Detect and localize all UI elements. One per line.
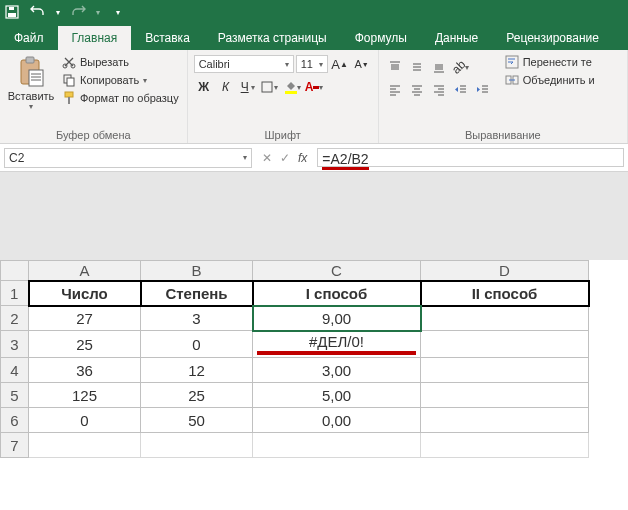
cell-d4[interactable] xyxy=(421,358,589,383)
column-header-c[interactable]: C xyxy=(253,261,421,281)
column-header-d[interactable]: D xyxy=(421,261,589,281)
title-bar: ▾ ▾ ▾ xyxy=(0,0,628,24)
copy-button[interactable]: Копировать ▾ xyxy=(60,72,181,88)
formula-input[interactable]: =A2/B2 xyxy=(317,148,624,167)
qat-customize-icon[interactable]: ▾ xyxy=(116,8,120,17)
merge-label: Объединить и xyxy=(523,74,595,86)
decrease-font-button[interactable]: A▼ xyxy=(352,54,372,74)
cell-b2[interactable]: 3 xyxy=(141,306,253,331)
underline-button[interactable]: Ч▾ xyxy=(238,77,258,97)
cell-b4[interactable]: 12 xyxy=(141,358,253,383)
row-header-2[interactable]: 2 xyxy=(1,306,29,331)
cut-button[interactable]: Вырезать xyxy=(60,54,181,70)
group-clipboard: Вставить ▾ Вырезать Копировать ▾ Формат … xyxy=(0,50,188,143)
border-button[interactable]: ▾ xyxy=(260,77,280,97)
orientation-button[interactable]: ab▾ xyxy=(451,57,471,77)
tab-home[interactable]: Главная xyxy=(58,26,132,50)
cell-d6[interactable] xyxy=(421,408,589,433)
cell-c7[interactable] xyxy=(253,433,421,458)
redo-icon[interactable] xyxy=(70,4,86,20)
cell-b6[interactable]: 50 xyxy=(141,408,253,433)
decrease-indent-button[interactable] xyxy=(451,80,471,100)
tab-layout[interactable]: Разметка страницы xyxy=(204,26,341,50)
cell-c6[interactable]: 0,00 xyxy=(253,408,421,433)
cell-c5[interactable]: 5,00 xyxy=(253,383,421,408)
name-box[interactable]: C2 ▾ xyxy=(4,148,252,168)
formula-bar: C2 ▾ ✕ ✓ fx =A2/B2 xyxy=(0,144,628,172)
copy-dropdown-icon: ▾ xyxy=(143,76,147,85)
cell-a5[interactable]: 125 xyxy=(29,383,141,408)
align-middle-button[interactable] xyxy=(407,57,427,77)
outdent-icon xyxy=(454,83,468,97)
scissors-icon xyxy=(62,55,76,69)
tab-file[interactable]: Файл xyxy=(0,26,58,50)
wrap-text-button[interactable]: Перенести те xyxy=(503,54,597,70)
merge-button[interactable]: Объединить и xyxy=(503,72,597,88)
svg-rect-13 xyxy=(65,92,73,97)
format-painter-button[interactable]: Формат по образцу xyxy=(60,90,181,106)
align-center-button[interactable] xyxy=(407,80,427,100)
wrap-label: Перенести те xyxy=(523,56,592,68)
merge-icon xyxy=(505,73,519,87)
font-color-button[interactable]: A▾ xyxy=(304,77,324,97)
font-size-combo[interactable]: 11 ▾ xyxy=(296,55,328,73)
row-header-5[interactable]: 5 xyxy=(1,383,29,408)
column-header-b[interactable]: B xyxy=(141,261,253,281)
row-header-3[interactable]: 3 xyxy=(1,331,29,358)
chevron-down-icon: ▾ xyxy=(285,60,289,69)
cell-a2[interactable]: 27 xyxy=(29,306,141,331)
increase-indent-button[interactable] xyxy=(473,80,493,100)
cell-b5[interactable]: 25 xyxy=(141,383,253,408)
tab-insert[interactable]: Вставка xyxy=(131,26,204,50)
cell-c1[interactable]: I способ xyxy=(253,281,421,306)
tab-review[interactable]: Рецензирование xyxy=(492,26,613,50)
increase-font-button[interactable]: A▲ xyxy=(330,54,350,74)
tab-formulas[interactable]: Формулы xyxy=(341,26,421,50)
cell-c3[interactable]: #ДЕЛ/0! xyxy=(253,331,421,358)
italic-button[interactable]: К xyxy=(216,77,236,97)
font-name-combo[interactable]: Calibri ▾ xyxy=(194,55,294,73)
paste-button[interactable]: Вставить ▾ xyxy=(6,54,56,113)
redo-dropdown-icon[interactable]: ▾ xyxy=(96,8,100,17)
indent-icon xyxy=(476,83,490,97)
cell-b1[interactable]: Степень xyxy=(141,281,253,306)
cell-a4[interactable]: 36 xyxy=(29,358,141,383)
fill-color-button[interactable]: ▾ xyxy=(282,77,302,97)
row-header-7[interactable]: 7 xyxy=(1,433,29,458)
tab-data[interactable]: Данные xyxy=(421,26,492,50)
cell-a1[interactable]: Число xyxy=(29,281,141,306)
row-header-6[interactable]: 6 xyxy=(1,408,29,433)
align-bottom-button[interactable] xyxy=(429,57,449,77)
row-header-1[interactable]: 1 xyxy=(1,281,29,306)
align-left-button[interactable] xyxy=(385,80,405,100)
border-icon xyxy=(261,81,273,93)
cell-d7[interactable] xyxy=(421,433,589,458)
row-header-4[interactable]: 4 xyxy=(1,358,29,383)
column-header-a[interactable]: A xyxy=(29,261,141,281)
cell-a3[interactable]: 25 xyxy=(29,331,141,358)
align-top-button[interactable] xyxy=(385,57,405,77)
undo-icon[interactable] xyxy=(30,4,46,20)
cell-d1[interactable]: II способ xyxy=(421,281,589,306)
undo-dropdown-icon[interactable]: ▾ xyxy=(56,8,60,17)
fx-icon[interactable]: fx xyxy=(298,151,307,165)
save-icon[interactable] xyxy=(4,4,20,20)
cancel-formula-icon[interactable]: ✕ xyxy=(262,151,272,165)
font-name-value: Calibri xyxy=(199,58,230,70)
cell-a6[interactable]: 0 xyxy=(29,408,141,433)
select-all-corner[interactable] xyxy=(1,261,29,281)
align-right-button[interactable] xyxy=(429,80,449,100)
align-top-icon xyxy=(388,60,402,74)
chevron-down-icon: ▾ xyxy=(251,83,255,92)
cell-c2[interactable]: 9,00 xyxy=(253,306,421,331)
bold-button[interactable]: Ж xyxy=(194,77,214,97)
cell-b3[interactable]: 0 xyxy=(141,331,253,358)
cell-a7[interactable] xyxy=(29,433,141,458)
cell-b7[interactable] xyxy=(141,433,253,458)
cell-d5[interactable] xyxy=(421,383,589,408)
cell-d2[interactable] xyxy=(421,306,589,331)
enter-formula-icon[interactable]: ✓ xyxy=(280,151,290,165)
copy-icon xyxy=(62,73,76,87)
cell-d3[interactable] xyxy=(421,331,589,358)
cell-c4[interactable]: 3,00 xyxy=(253,358,421,383)
